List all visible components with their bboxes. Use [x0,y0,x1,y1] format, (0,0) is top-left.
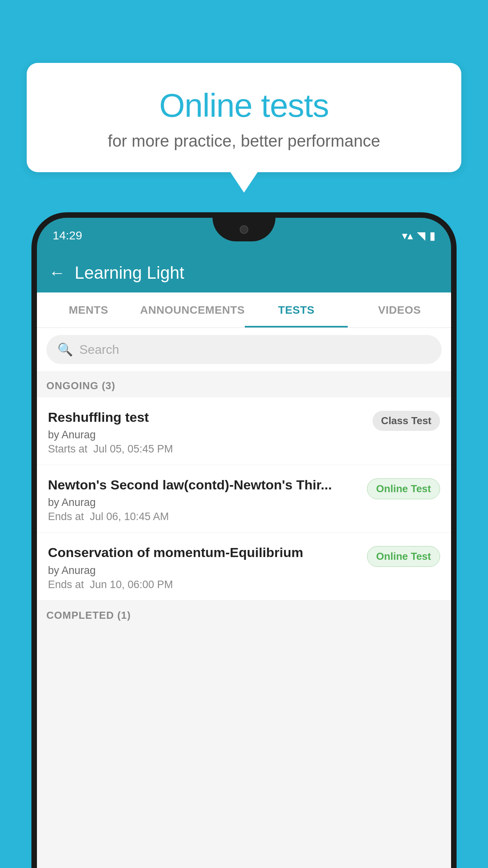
notch-cutout [213,218,275,241]
test-name-2: Newton's Second law(contd)-Newton's Thir… [48,476,359,493]
completed-section-header: COMPLETED (1) [37,601,451,627]
tab-ments[interactable]: MENTS [37,292,140,327]
test-by-2: by Anurag [48,497,359,509]
tab-videos[interactable]: VIDEOS [348,292,451,327]
badge-1: Class Test [372,411,440,431]
phone-inner: 14:29 ▾▴ ◥ ▮ ← Learning Light MENTS ANNO… [37,218,451,868]
test-item-2[interactable]: Newton's Second law(contd)-Newton's Thir… [37,465,451,533]
ongoing-label: ONGOING (3) [46,380,116,392]
app-header: ← Learning Light [37,253,451,292]
test-item-1[interactable]: Reshuffling test by Anurag Starts at Jul… [37,397,451,465]
test-item-3[interactable]: Conservation of momentum-Equilibrium by … [37,533,451,600]
bubble-subtitle: for more practice, better performance [46,132,442,151]
status-bar: 14:29 ▾▴ ◥ ▮ [37,218,451,253]
test-info-3: Conservation of momentum-Equilibrium by … [48,544,367,590]
test-time-1: Starts at Jul 05, 05:45 PM [48,443,365,455]
speech-bubble: Online tests for more practice, better p… [27,63,461,172]
test-time-3: Ends at Jun 10, 06:00 PM [48,579,359,591]
test-info-1: Reshuffling test by Anurag Starts at Jul… [48,408,372,455]
tabs-bar: MENTS ANNOUNCEMENTS TESTS VIDEOS [37,292,451,328]
signal-icon: ◥ [417,229,426,242]
search-bar[interactable]: 🔍 Search [46,335,442,364]
tab-tests[interactable]: TESTS [245,292,348,327]
bubble-title: Online tests [46,86,442,125]
camera-dot [240,225,248,234]
app-title: Learning Light [75,263,184,283]
battery-icon: ▮ [429,229,435,242]
status-time: 14:29 [53,229,82,242]
phone-frame: 14:29 ▾▴ ◥ ▮ ← Learning Light MENTS ANNO… [31,212,457,868]
badge-3: Online Test [367,546,440,567]
completed-label: COMPLETED (1) [46,609,131,621]
search-container: 🔍 Search [37,328,451,371]
test-name-3: Conservation of momentum-Equilibrium [48,544,359,561]
search-placeholder: Search [79,342,119,357]
test-name-1: Reshuffling test [48,408,365,426]
search-icon: 🔍 [57,342,73,357]
ongoing-section-header: ONGOING (3) [37,371,451,397]
status-icons: ▾▴ ◥ ▮ [402,229,435,242]
test-by-1: by Anurag [48,429,365,441]
test-by-3: by Anurag [48,565,359,577]
tab-announcements[interactable]: ANNOUNCEMENTS [140,292,245,327]
wifi-icon: ▾▴ [402,229,413,242]
badge-2: Online Test [367,478,440,499]
back-button[interactable]: ← [49,263,65,282]
test-info-2: Newton's Second law(contd)-Newton's Thir… [48,476,367,523]
test-time-2: Ends at Jul 06, 10:45 AM [48,511,359,523]
phone-content: 🔍 Search ONGOING (3) Reshuffling test by… [37,328,451,868]
